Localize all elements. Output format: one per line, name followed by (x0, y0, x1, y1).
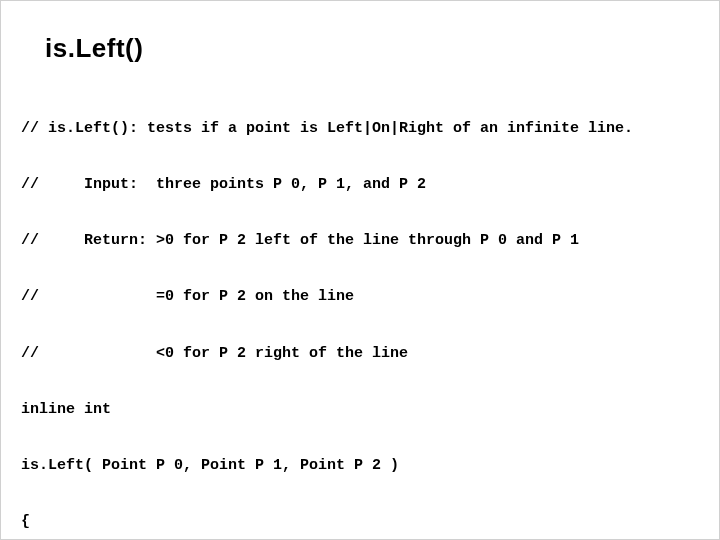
code-line: // <0 for P 2 right of the line (21, 345, 719, 364)
code-line: inline int (21, 401, 719, 420)
code-line: // is.Left(): tests if a point is Left|O… (21, 120, 719, 139)
code-line: // Input: three points P 0, P 1, and P 2 (21, 176, 719, 195)
code-block: // is.Left(): tests if a point is Left|O… (1, 76, 719, 540)
slide-title: is.Left() (1, 1, 719, 76)
code-line: { (21, 513, 719, 532)
slide: is.Left() // is.Left(): tests if a point… (0, 0, 720, 540)
code-line: // Return: >0 for P 2 left of the line t… (21, 232, 719, 251)
code-line: is.Left( Point P 0, Point P 1, Point P 2… (21, 457, 719, 476)
code-line: // =0 for P 2 on the line (21, 288, 719, 307)
